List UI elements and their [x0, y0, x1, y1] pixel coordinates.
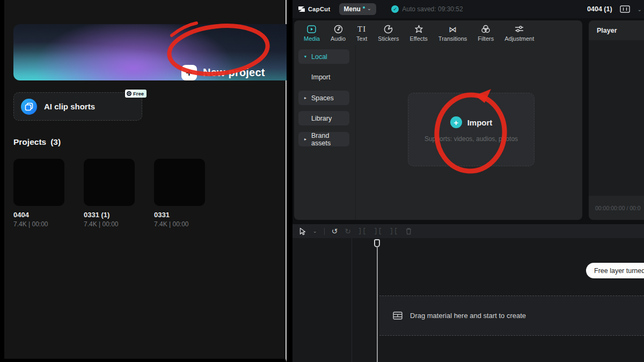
import-hint: Supports: videos, audios, photos	[425, 135, 518, 143]
menu-notification-dot	[363, 6, 365, 9]
ai-clip-shorts-label: AI clip shorts	[44, 102, 95, 111]
project-meta: 7.4K | 00:00	[13, 220, 64, 228]
keyboard-icon[interactable]	[620, 5, 630, 13]
player-title: Player	[589, 20, 644, 40]
tab-transitions[interactable]: ⋈ Transitions	[433, 24, 472, 42]
split-icon[interactable]: ][	[374, 227, 382, 235]
undo-icon[interactable]: ↺	[332, 227, 338, 235]
player-panel: Player 00:00:00:00 / 00:0	[589, 20, 644, 220]
effects-icon	[414, 24, 423, 34]
projects-count: (3)	[50, 137, 61, 146]
chevron-down-icon: ⌄	[367, 5, 371, 11]
autosave-text: Auto saved: 09:30:52	[402, 5, 463, 13]
timeline-drag-hint: Drag material here and start to create	[410, 312, 526, 320]
sidebar-item-brand-assets[interactable]: ▸ Brand assets	[298, 132, 349, 146]
autosave-status: ✓ Auto saved: 09:30:52	[391, 5, 463, 13]
player-timecode: 00:00:00:00 / 00:0	[589, 196, 644, 220]
redo-icon[interactable]: ↻	[345, 227, 351, 235]
caret-right-icon: ▸	[304, 137, 306, 142]
capcut-logo-icon	[298, 6, 305, 12]
split-left-icon[interactable]: ][	[358, 227, 367, 235]
timeline-toolbar: ⌄ ↺ ↻ ][ ][ ][	[292, 224, 644, 238]
free-badge-icon	[127, 91, 131, 96]
caret-down-icon: ▾	[304, 54, 306, 59]
tab-text[interactable]: TI Text	[351, 24, 372, 42]
stickers-icon	[384, 24, 393, 34]
project-name: 0331 (1)	[84, 211, 135, 219]
audio-icon	[334, 24, 343, 34]
tab-adjustment[interactable]: Adjustment	[499, 24, 539, 42]
project-name: 0331	[154, 211, 205, 219]
timeline-area[interactable]: Drag material here and start to create F…	[292, 238, 644, 362]
project-thumbnail[interactable]	[13, 159, 64, 206]
sidebar-item-spaces[interactable]: ▸ Spaces	[298, 91, 349, 105]
timeline-dropzone[interactable]: Drag material here and start to create	[379, 295, 644, 336]
filters-icon	[481, 24, 491, 34]
ai-clips-icon	[21, 99, 37, 115]
caret-right-icon: ▸	[304, 95, 306, 100]
text-icon: TI	[357, 24, 366, 34]
sidebar-item-library[interactable]: Library	[298, 111, 349, 125]
ai-clip-shorts-button[interactable]: AI clip shorts	[13, 92, 142, 121]
plus-icon: +	[181, 65, 197, 80]
chevron-down-icon[interactable]: ⌄	[638, 6, 642, 12]
playhead-line	[377, 247, 378, 362]
home-panel: + New project AI clip shorts Free Projec…	[0, 0, 287, 362]
new-project-button[interactable]: + New project	[181, 65, 265, 80]
import-label: Import	[467, 118, 493, 127]
media-icon	[307, 24, 316, 34]
split-right-icon[interactable]: ][	[390, 227, 398, 235]
import-dropzone[interactable]: + Import Supports: videos, audios, photo…	[408, 93, 535, 166]
track-divider	[352, 238, 352, 362]
tab-filters[interactable]: Filters	[472, 24, 499, 42]
transitions-icon: ⋈	[449, 24, 457, 34]
sidebar-item-local[interactable]: ▾ Local	[298, 49, 349, 64]
editor-topbar: CapCut Menu ⌄ ✓ Auto saved: 09:30:52 040…	[292, 0, 644, 18]
tab-audio[interactable]: Audio	[325, 24, 351, 42]
media-strip-icon	[393, 312, 402, 320]
media-sidebar: ▾ Local Import ▸ Spaces Library ▸	[294, 45, 356, 220]
tab-media[interactable]: Media	[298, 24, 325, 42]
media-panel: Media Audio TI Text	[294, 20, 582, 220]
new-project-banner[interactable]: + New project	[13, 24, 287, 80]
playhead-handle[interactable]	[374, 239, 380, 247]
delete-icon[interactable]	[405, 227, 412, 235]
select-cursor-icon[interactable]	[299, 227, 306, 235]
plus-icon: +	[450, 116, 462, 128]
menu-button[interactable]: Menu ⌄	[339, 3, 377, 15]
project-meta: 7.4K | 00:00	[154, 220, 205, 228]
free-badge: Free	[125, 90, 147, 98]
project-title: 0404 (1)	[587, 5, 612, 13]
screenshot-stage: + New project AI clip shorts Free Projec…	[0, 0, 644, 362]
project-card[interactable]: 0331 (1) 7.4K | 00:00	[84, 159, 135, 228]
toolbar-divider	[324, 228, 325, 235]
tab-stickers[interactable]: Stickers	[372, 24, 404, 42]
player-viewport	[589, 40, 644, 196]
adjustment-icon	[515, 24, 524, 34]
capcut-logo: CapCut	[298, 6, 331, 12]
chevron-down-icon[interactable]: ⌄	[313, 228, 317, 234]
tab-effects[interactable]: Effects	[404, 24, 433, 42]
asset-tabbar: Media Audio TI Text	[294, 20, 582, 45]
editor-panel: CapCut Menu ⌄ ✓ Auto saved: 09:30:52 040…	[292, 0, 644, 362]
sidebar-item-import[interactable]: Import	[298, 70, 349, 84]
check-icon: ✓	[391, 5, 399, 13]
free-layer-toast: Free layer turned o	[586, 263, 644, 278]
new-project-label: New project	[203, 67, 265, 79]
project-card[interactable]: 0331 7.4K | 00:00	[154, 159, 205, 228]
project-thumbnail[interactable]	[154, 159, 205, 206]
project-thumbnail[interactable]	[84, 159, 135, 206]
project-name: 0404	[13, 211, 64, 219]
project-card[interactable]: 0404 7.4K | 00:00	[13, 159, 64, 228]
project-meta: 7.4K | 00:00	[84, 220, 135, 228]
projects-heading: Projects(3)	[13, 137, 61, 147]
topbar-right: 0404 (1) ⌄	[587, 5, 644, 13]
